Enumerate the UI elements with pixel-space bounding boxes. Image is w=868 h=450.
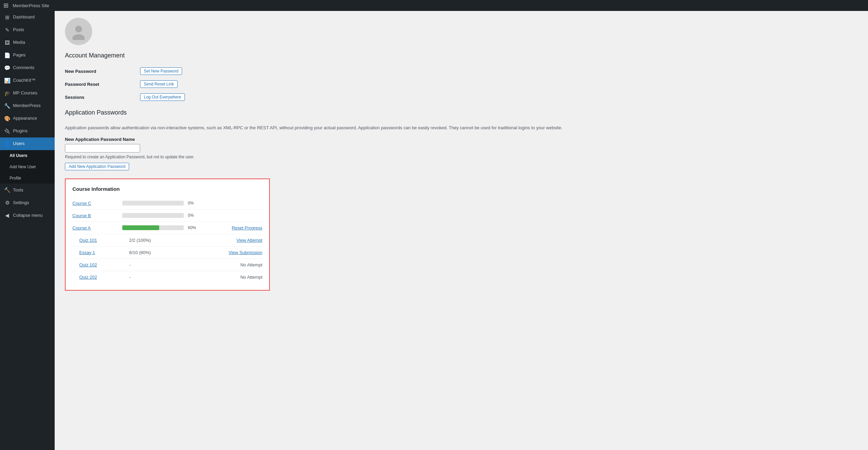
essay-1-score: 8/10 (80%) bbox=[129, 250, 223, 255]
sidebar-item-tools[interactable]: 🔨 Tools bbox=[0, 184, 55, 196]
sidebar-item-profile[interactable]: Profile bbox=[0, 173, 55, 184]
quiz-202-row: Quiz 202 - No Attempt bbox=[72, 271, 262, 283]
sidebar-item-label: Comments bbox=[13, 65, 35, 71]
sidebar-item-coachkit[interactable]: 📊 CoachKit™ bbox=[0, 74, 55, 87]
avatar bbox=[65, 18, 92, 45]
sidebar-item-label: Posts bbox=[13, 27, 24, 33]
quiz-202-score: - bbox=[129, 275, 235, 280]
sidebar-item-comments[interactable]: 💬 Comments bbox=[0, 62, 55, 74]
profile-label: Profile bbox=[10, 175, 21, 181]
sidebar-item-label: Pages bbox=[13, 52, 26, 58]
reset-progress-button[interactable]: Reset Progress bbox=[232, 225, 262, 230]
course-a-name[interactable]: Course A bbox=[72, 225, 117, 230]
settings-icon: ⚙ bbox=[4, 199, 10, 206]
course-b-progress-area: 0% bbox=[122, 213, 262, 218]
plugins-icon: 🔌 bbox=[4, 128, 10, 135]
course-a-progress-bar-bg bbox=[122, 225, 184, 230]
password-reset-label: Password Reset bbox=[65, 80, 133, 87]
sidebar-item-label: Tools bbox=[13, 187, 23, 193]
course-information-section: Course Information Course C 0% Course B … bbox=[65, 178, 270, 291]
sidebar-item-plugins[interactable]: 🔌 Plugins bbox=[0, 125, 55, 137]
sidebar-item-label: Appearance bbox=[13, 115, 37, 121]
posts-icon: ✎ bbox=[4, 26, 10, 34]
sidebar-item-collapse[interactable]: ◀ Collapse menu bbox=[0, 209, 55, 222]
app-pw-name-input[interactable] bbox=[65, 144, 140, 153]
sidebar-item-label: MemberPress bbox=[13, 103, 41, 109]
course-b-progress-text: 0% bbox=[188, 213, 202, 218]
sidebar-item-settings[interactable]: ⚙ Settings bbox=[0, 196, 55, 209]
view-submission-essay-1-button[interactable]: View Submission bbox=[229, 250, 262, 255]
users-icon: 👤 bbox=[4, 140, 10, 147]
sidebar-item-label: Collapse menu bbox=[13, 212, 43, 219]
course-c-progress-text: 0% bbox=[188, 201, 202, 206]
main-content: Account Management New Password Set New … bbox=[55, 11, 868, 450]
sidebar-item-label: Settings bbox=[13, 200, 29, 206]
add-new-user-label: Add New User bbox=[10, 164, 36, 170]
dashboard-icon: ⊞ bbox=[4, 14, 10, 21]
add-new-application-password-button[interactable]: Add New Application Password bbox=[65, 163, 129, 170]
sidebar-item-pages[interactable]: 📄 Pages bbox=[0, 49, 55, 62]
sidebar: ⊞ Dashboard ✎ Posts 🖼 Media 📄 Pages 💬 Co… bbox=[0, 0, 55, 450]
mp-courses-icon: 🎓 bbox=[4, 90, 10, 97]
quiz-101-score: 2/2 (100%) bbox=[129, 238, 231, 243]
course-c-progress-bar-bg bbox=[122, 201, 184, 206]
svg-point-0 bbox=[75, 26, 82, 32]
quiz-102-no-attempt: No Attempt bbox=[240, 262, 262, 267]
sessions-row: Sessions Log Out Everywhere bbox=[65, 93, 858, 101]
sidebar-item-label: Media bbox=[13, 39, 25, 45]
sidebar-item-label: Plugins bbox=[13, 128, 28, 134]
account-management-section: Account Management New Password Set New … bbox=[65, 52, 858, 101]
sidebar-item-users[interactable]: 👤 Users bbox=[0, 137, 55, 150]
sidebar-item-media[interactable]: 🖼 Media bbox=[0, 36, 55, 49]
sidebar-item-all-users[interactable]: All Users bbox=[0, 150, 55, 161]
sidebar-item-label: Users bbox=[13, 141, 25, 147]
course-a-progress-text: 60% bbox=[188, 225, 202, 230]
password-reset-control: Send Reset Link bbox=[140, 80, 858, 88]
all-users-label: All Users bbox=[10, 153, 27, 159]
memberpress-icon: 🔧 bbox=[4, 102, 10, 109]
users-submenu: All Users Add New User Profile bbox=[0, 150, 55, 184]
quiz-101-name[interactable]: Quiz 101 bbox=[79, 238, 124, 243]
application-passwords-section: Application Passwords Application passwo… bbox=[65, 109, 858, 170]
account-management-title: Account Management bbox=[65, 52, 858, 62]
log-out-everywhere-button[interactable]: Log Out Everywhere bbox=[140, 93, 185, 101]
course-c-progress-area: 0% bbox=[122, 201, 262, 206]
essay-1-name[interactable]: Essay 1 bbox=[79, 250, 124, 255]
site-name: MemberPress Site bbox=[13, 3, 49, 8]
new-password-row: New Password Set New Password bbox=[65, 67, 858, 75]
sidebar-item-memberpress[interactable]: 🔧 MemberPress bbox=[0, 100, 55, 112]
view-attempt-quiz-101-button[interactable]: View Attempt bbox=[236, 238, 262, 243]
course-row-course-b: Course B 0% bbox=[72, 210, 262, 222]
essay-1-row: Essay 1 8/10 (80%) View Submission bbox=[72, 247, 262, 259]
svg-point-1 bbox=[72, 34, 85, 40]
sidebar-item-label: Dashboard bbox=[13, 14, 35, 20]
tools-icon: 🔨 bbox=[4, 186, 10, 194]
course-b-name[interactable]: Course B bbox=[72, 213, 117, 218]
sidebar-item-mp-courses[interactable]: 🎓 MP Courses bbox=[0, 87, 55, 100]
sidebar-item-posts[interactable]: ✎ Posts bbox=[0, 24, 55, 36]
sidebar-item-appearance[interactable]: 🎨 Appearance bbox=[0, 112, 55, 125]
sidebar-item-dashboard[interactable]: ⊞ Dashboard bbox=[0, 11, 55, 24]
new-password-control: Set New Password bbox=[140, 67, 858, 75]
sessions-control: Log Out Everywhere bbox=[140, 93, 858, 101]
course-b-progress-bar-bg bbox=[122, 213, 184, 218]
password-reset-row: Password Reset Send Reset Link bbox=[65, 80, 858, 88]
course-row-course-a: Course A 60% Reset Progress bbox=[72, 222, 262, 234]
sidebar-item-label: CoachKit™ bbox=[13, 77, 36, 83]
media-icon: 🖼 bbox=[4, 39, 10, 46]
send-reset-link-button[interactable]: Send Reset Link bbox=[140, 80, 178, 88]
course-c-name[interactable]: Course C bbox=[72, 201, 117, 206]
sidebar-item-label: MP Courses bbox=[13, 90, 37, 96]
sidebar-item-add-new-user[interactable]: Add New User bbox=[0, 161, 55, 173]
collapse-icon: ◀ bbox=[4, 212, 10, 219]
appearance-icon: 🎨 bbox=[4, 115, 10, 122]
quiz-202-no-attempt: No Attempt bbox=[240, 275, 262, 280]
avatar-section bbox=[65, 18, 858, 45]
quiz-102-name[interactable]: Quiz 102 bbox=[79, 262, 124, 267]
quiz-102-score: - bbox=[129, 262, 235, 267]
set-new-password-button[interactable]: Set New Password bbox=[140, 67, 182, 75]
quiz-202-name[interactable]: Quiz 202 bbox=[79, 275, 124, 280]
application-passwords-description: Application passwords allow authenticati… bbox=[65, 124, 858, 131]
pages-icon: 📄 bbox=[4, 52, 10, 59]
quiz-101-row: Quiz 101 2/2 (100%) View Attempt bbox=[72, 234, 262, 247]
